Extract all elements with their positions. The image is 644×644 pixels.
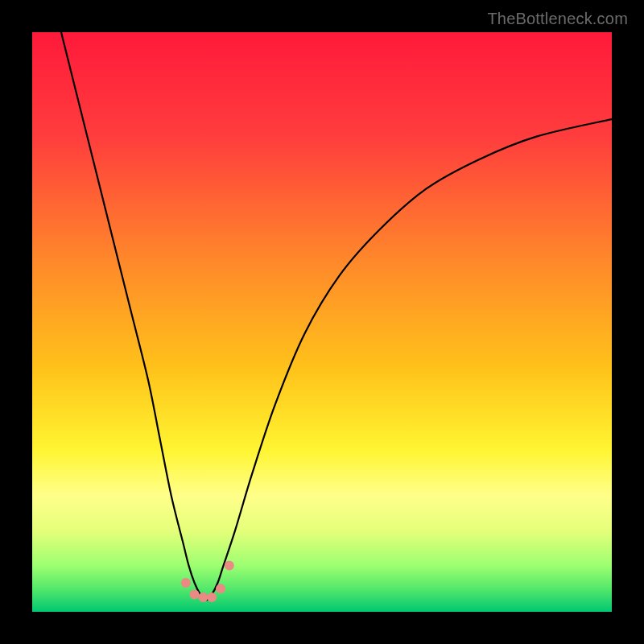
watermark-text: TheBottleneck.com	[487, 10, 628, 28]
chart-frame: TheBottleneck.com	[0, 0, 644, 644]
highlight-dot	[225, 560, 234, 570]
highlight-dot	[181, 578, 191, 588]
highlight-dot	[190, 589, 200, 599]
plot-area	[32, 32, 612, 612]
curve-layer	[32, 32, 612, 612]
highlight-dot	[216, 584, 225, 593]
highlight-dot	[198, 592, 208, 602]
bottleneck-curve	[61, 32, 612, 601]
highlight-dot	[207, 592, 217, 602]
